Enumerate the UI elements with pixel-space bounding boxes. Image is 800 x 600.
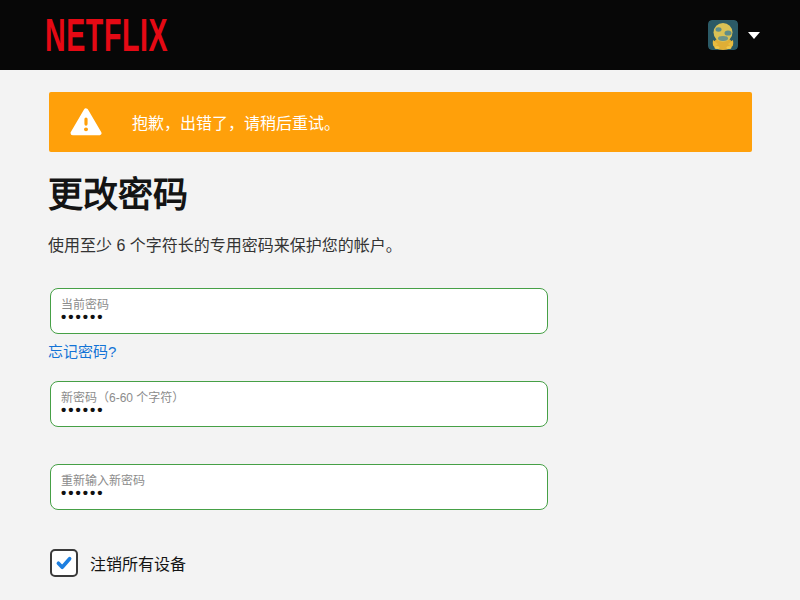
alert-message: 抱歉，出错了，请稍后重试。 [132, 110, 340, 134]
error-alert-banner: 抱歉，出错了，请稍后重试。 [49, 92, 752, 152]
confirm-password-field[interactable]: 重新输入新密码 •••••• [50, 464, 548, 510]
warning-triangle-icon [70, 108, 102, 137]
page-title: 更改密码 [48, 166, 188, 217]
profile-avatar[interactable] [708, 20, 738, 50]
change-password-page: NETFLIX 抱歉，出错了，请稍后重试。 [0, 0, 800, 600]
current-password-field[interactable]: 当前密码 •••••• [50, 288, 548, 334]
top-navbar: NETFLIX [0, 0, 800, 70]
signout-all-devices-label: 注销所有设备 [90, 551, 186, 575]
current-password-masked-value: •••••• [61, 308, 105, 325]
new-password-masked-value: •••••• [61, 401, 105, 418]
profile-menu[interactable] [708, 20, 760, 50]
netflix-logo[interactable]: NETFLIX [45, 11, 168, 58]
new-password-field[interactable]: 新密码（6-60 个字符） •••••• [50, 381, 548, 427]
checkmark-icon [55, 554, 73, 572]
confirm-password-masked-value: •••••• [61, 484, 105, 501]
chevron-down-icon[interactable] [748, 32, 760, 39]
signout-all-devices-row: 注销所有设备 [50, 549, 186, 577]
forgot-password-link[interactable]: 忘记密码? [48, 340, 116, 361]
signout-all-devices-checkbox[interactable] [50, 549, 78, 577]
page-subtitle: 使用至少 6 个字符长的专用密码来保护您的帐户。 [48, 232, 402, 256]
